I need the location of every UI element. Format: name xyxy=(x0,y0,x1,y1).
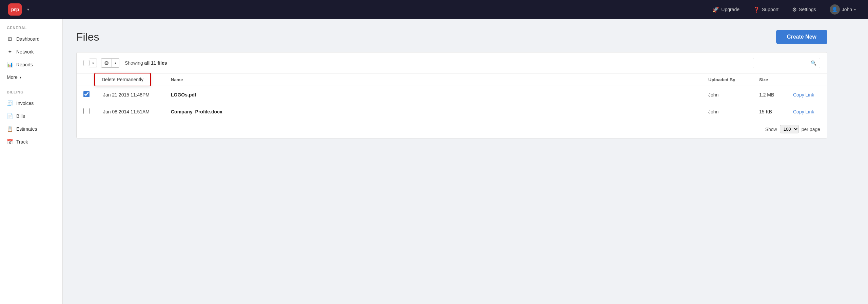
sidebar-item-network[interactable]: ✦ Network xyxy=(0,45,62,58)
sidebar-item-reports[interactable]: 📊 Reports xyxy=(0,58,62,71)
gear-icon-button[interactable]: ⚙ xyxy=(101,58,112,68)
sidebar-reports-label: Reports xyxy=(16,62,33,67)
files-toolbar: ▾ ⚙ ▲ Showing all 11 files 🔍 xyxy=(77,52,827,74)
sidebar-item-estimates[interactable]: 📋 Estimates xyxy=(0,123,62,135)
per-page-label: per page xyxy=(802,127,820,132)
files-panel: ▾ ⚙ ▲ Showing all 11 files 🔍 Delete Perm… xyxy=(76,52,827,138)
settings-nav-item[interactable]: ⚙ Settings xyxy=(788,6,820,13)
table-footer: Show 100 50 25 per page xyxy=(77,120,827,138)
row-checkbox[interactable] xyxy=(83,91,90,97)
col-name-header[interactable]: Name xyxy=(164,74,702,86)
estimates-icon: 📋 xyxy=(7,126,13,132)
content-header: Files Create New xyxy=(76,30,827,44)
showing-count: all 11 files xyxy=(144,60,167,66)
copy-link-button[interactable]: Copy Link xyxy=(793,109,814,114)
main-content: Files Create New ▾ ⚙ ▲ Showing all 11 fi… xyxy=(63,19,841,304)
billing-section-label: BILLING xyxy=(0,90,62,97)
logo-chevron-icon[interactable]: ▾ xyxy=(27,7,29,12)
sidebar-item-invoices[interactable]: 🧾 Invoices xyxy=(0,97,62,110)
track-icon: 📅 xyxy=(7,139,13,145)
row-size: 1.2 MB xyxy=(752,86,786,103)
sidebar-item-bills[interactable]: 📄 Bills xyxy=(0,110,62,123)
sidebar-network-label: Network xyxy=(16,49,34,55)
more-label: More xyxy=(7,74,18,80)
col-uploaded-header[interactable]: Uploaded By xyxy=(702,74,752,86)
network-icon: ✦ xyxy=(7,49,13,55)
row-uploaded-by: John xyxy=(702,86,752,103)
col-action-header xyxy=(786,74,827,86)
sidebar-bills-label: Bills xyxy=(16,113,25,119)
row-created: Jun 08 2014 11:51AM xyxy=(96,103,164,120)
select-all-checkbox-group: ▾ xyxy=(83,59,97,67)
support-icon: ❓ xyxy=(753,6,760,13)
sidebar-more-item[interactable]: More ▾ xyxy=(0,71,62,83)
table-row: Jan 21 2015 11:48PMLOGOs.pdfJohn1.2 MBCo… xyxy=(77,86,827,103)
row-created: Jan 21 2015 11:48PM xyxy=(96,86,164,103)
page-title: Files xyxy=(76,31,99,43)
dashboard-icon: ⊞ xyxy=(7,36,13,42)
sidebar: GENERAL ⊞ Dashboard ✦ Network 📊 Reports … xyxy=(0,19,63,304)
select-all-checkbox[interactable] xyxy=(83,60,90,66)
gear-dropdown-menu: Delete Permanently xyxy=(94,73,151,86)
top-navigation: pnp ▾ 🚀 Upgrade ❓ Support ⚙ Settings 👤 J… xyxy=(0,0,868,19)
row-size: 15 KB xyxy=(752,103,786,120)
sidebar-item-track[interactable]: 📅 Track xyxy=(0,135,62,148)
row-file-name: Company_Profile.docx xyxy=(164,103,702,120)
row-uploaded-by: John xyxy=(702,103,752,120)
settings-icon: ⚙ xyxy=(792,6,797,13)
col-size-header[interactable]: Size xyxy=(752,74,786,86)
support-nav-item[interactable]: ❓ Support xyxy=(749,6,783,13)
sidebar-item-dashboard[interactable]: ⊞ Dashboard xyxy=(0,32,62,45)
sidebar-invoices-label: Invoices xyxy=(16,101,34,106)
files-table: Created On ↓ Name Uploaded By Size Jan 2… xyxy=(77,74,827,120)
delete-permanently-item[interactable]: Delete Permanently xyxy=(95,73,150,86)
support-label: Support xyxy=(762,7,778,12)
create-new-button[interactable]: Create New xyxy=(776,30,827,44)
sidebar-track-label: Track xyxy=(16,139,28,145)
more-chevron-icon: ▾ xyxy=(20,75,21,79)
reports-icon: 📊 xyxy=(7,62,13,68)
upgrade-label: Upgrade xyxy=(721,7,739,12)
search-button[interactable]: 🔍 xyxy=(807,58,820,68)
general-section-label: GENERAL xyxy=(0,26,62,32)
upgrade-icon: 🚀 xyxy=(712,6,719,13)
user-name: John xyxy=(842,7,852,12)
sidebar-dashboard-label: Dashboard xyxy=(16,36,40,42)
select-all-dropdown-arrow[interactable]: ▾ xyxy=(90,59,97,67)
table-row: Jun 08 2014 11:51AMCompany_Profile.docxJ… xyxy=(77,103,827,120)
per-page-select[interactable]: 100 50 25 xyxy=(780,125,799,133)
gear-dropdown-arrow[interactable]: ▲ xyxy=(112,58,119,68)
sidebar-estimates-label: Estimates xyxy=(16,126,37,132)
search-input[interactable] xyxy=(753,59,807,68)
settings-label: Settings xyxy=(799,7,816,12)
col-checkbox-header xyxy=(77,74,96,86)
row-file-name: LOGOs.pdf xyxy=(164,86,702,103)
actions-gear-button-group: ⚙ ▲ xyxy=(101,58,119,68)
search-box: 🔍 xyxy=(753,58,820,68)
show-label: Show xyxy=(765,127,777,132)
row-checkbox[interactable] xyxy=(83,108,90,114)
upgrade-nav-item[interactable]: 🚀 Upgrade xyxy=(708,6,744,13)
invoices-icon: 🧾 xyxy=(7,100,13,106)
avatar: 👤 xyxy=(830,4,840,15)
app-logo[interactable]: pnp xyxy=(8,3,22,16)
user-nav-item[interactable]: 👤 John ▾ xyxy=(826,4,860,15)
bills-icon: 📄 xyxy=(7,113,13,119)
copy-link-button[interactable]: Copy Link xyxy=(793,92,814,97)
right-panel xyxy=(841,19,868,304)
user-chevron-icon: ▾ xyxy=(854,8,856,12)
showing-prefix: Showing xyxy=(125,60,144,66)
showing-text: Showing all 11 files xyxy=(125,60,167,66)
table-header-row: Created On ↓ Name Uploaded By Size xyxy=(77,74,827,86)
